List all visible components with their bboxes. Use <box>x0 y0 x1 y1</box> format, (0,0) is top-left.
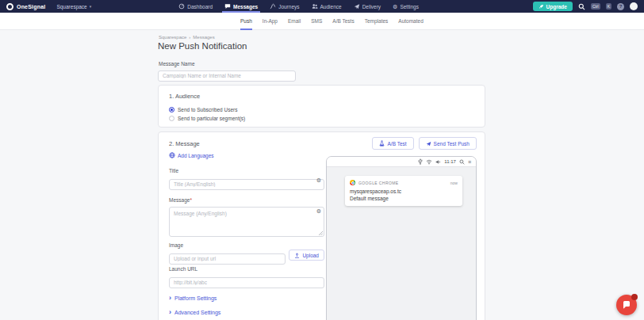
nav-delivery[interactable]: Delivery <box>354 0 381 13</box>
upload-icon <box>294 253 300 258</box>
usb-icon <box>418 158 423 165</box>
app-selector[interactable]: Squarespace ▾ <box>56 4 91 10</box>
send-test-push-button[interactable]: Send Test Push <box>419 137 477 150</box>
notification-app-name: GOOGLE CHROME <box>358 181 398 185</box>
rocket-icon <box>539 4 544 10</box>
chevron-right-icon: › <box>169 295 171 302</box>
phone-search-icon <box>459 159 465 165</box>
tab-push-label: Push <box>240 18 252 24</box>
journeys-icon <box>270 3 276 10</box>
notification-title: mysqarespaceap.os.tc <box>350 189 458 194</box>
breadcrumb: Squarespace › Messages <box>159 35 215 40</box>
speaker-icon <box>435 159 441 165</box>
launch-url-label: Launch URL <box>169 266 324 272</box>
user-avatar[interactable] <box>630 2 638 10</box>
kbd-ctrl: Ctrl <box>591 3 600 10</box>
globe-icon <box>169 152 175 158</box>
breadcrumb-app[interactable]: Squarespace <box>159 35 186 40</box>
topbar-right: Upgrade Ctrl K ? <box>533 2 638 11</box>
status-time: 11:17 <box>444 159 456 164</box>
chevron-right-icon: › <box>169 309 171 316</box>
tab-in-app[interactable]: In-App <box>263 13 278 30</box>
tab-sms[interactable]: SMS <box>311 13 322 30</box>
nav-journeys-label: Journeys <box>278 4 299 10</box>
settings-gear-icon: ⚙ <box>393 4 397 10</box>
message-name-input[interactable] <box>158 70 296 82</box>
launch-url-input[interactable] <box>169 277 324 288</box>
message-personalization-gear-icon[interactable]: ⚙ <box>316 208 321 214</box>
tab-ab-tests-label: A/B Tests <box>332 18 354 24</box>
message-label-row: Message* <box>169 191 324 205</box>
phone-statusbar: 11:17 ≡ <box>327 157 476 167</box>
send-test-push-label: Send Test Push <box>434 141 470 147</box>
advanced-settings-toggle[interactable]: › Advanced Settings <box>169 309 324 316</box>
search-icon[interactable] <box>578 3 585 10</box>
audience-heading: 1. Audience <box>169 93 200 100</box>
radio-selected-icon <box>169 107 174 112</box>
message-actions: A/B Test Send Test Push <box>372 137 477 150</box>
tab-sms-label: SMS <box>311 18 322 24</box>
app-selector-label: Squarespace <box>56 4 86 10</box>
required-asterisk: * <box>190 197 192 203</box>
nav-messages-label: Messages <box>233 4 258 10</box>
breadcrumb-separator: › <box>189 35 190 40</box>
radio-subscribed-users-label: Send to Subscribed Users <box>178 107 238 112</box>
push-preview-phone: 11:17 ≡ GOOGLE CHROME now mysqarespaceap… <box>326 156 477 320</box>
notification-time: now <box>450 181 458 185</box>
tab-templates[interactable]: Templates <box>365 13 389 30</box>
phone-menu-icon: ≡ <box>468 159 471 165</box>
platform-settings-toggle[interactable]: › Platform Settings <box>169 295 324 302</box>
title-personalization-gear-icon[interactable]: ⚙ <box>316 177 321 183</box>
breadcrumb-page[interactable]: Messages <box>193 35 214 40</box>
flask-icon <box>379 140 385 147</box>
upgrade-button[interactable]: Upgrade <box>533 2 573 11</box>
radio-unselected-icon <box>169 116 174 121</box>
radio-subscribed-users[interactable]: Send to Subscribed Users <box>169 107 238 112</box>
title-field-wrap: ⚙ <box>169 175 324 186</box>
advanced-settings-label: Advanced Settings <box>174 310 220 315</box>
nav-journeys[interactable]: Journeys <box>270 0 299 13</box>
main-nav: Dashboard Messages Journeys Audience Del… <box>178 0 419 13</box>
brand-name: OneSignal <box>17 4 45 10</box>
help-button[interactable]: ? <box>617 3 624 10</box>
tab-ab-tests[interactable]: A/B Tests <box>332 13 354 30</box>
message-card: 2. Message A/B Test Send Test Push Add L… <box>158 131 485 320</box>
nav-messages[interactable]: Messages <box>224 0 258 13</box>
nav-delivery-label: Delivery <box>362 4 381 10</box>
message-field-wrap: ⚙ <box>169 207 324 237</box>
tab-push[interactable]: Push <box>240 13 252 30</box>
nav-settings[interactable]: ⚙ Settings <box>393 0 419 13</box>
message-type-tabs: Push In-App Email SMS A/B Tests Template… <box>0 13 644 30</box>
nav-settings-label: Settings <box>400 4 419 10</box>
image-field-wrap <box>169 250 286 261</box>
ab-test-button[interactable]: A/B Test <box>372 137 413 150</box>
message-label: Message <box>169 197 190 203</box>
send-icon <box>426 141 431 147</box>
nav-dashboard[interactable]: Dashboard <box>178 0 213 13</box>
title-label: Title <box>169 168 324 173</box>
tab-email-label: Email <box>288 18 301 24</box>
preview-notification: GOOGLE CHROME now mysqarespaceap.os.tc D… <box>345 176 462 206</box>
page-title: New Push Notification <box>158 41 247 51</box>
nav-dashboard-label: Dashboard <box>187 4 213 10</box>
onesignal-logo-icon <box>6 3 13 10</box>
title-input[interactable] <box>169 179 324 190</box>
tab-automated-label: Automated <box>398 18 423 24</box>
resize-handle[interactable] <box>319 231 323 235</box>
upload-button[interactable]: Upload <box>289 250 324 261</box>
messages-icon <box>224 3 231 10</box>
nav-audience[interactable]: Audience <box>312 0 342 13</box>
platform-settings-label: Platform Settings <box>174 295 217 301</box>
radio-particular-segments[interactable]: Send to particular segment(s) <box>169 116 245 121</box>
tab-email[interactable]: Email <box>288 13 301 30</box>
image-url-input[interactable] <box>169 253 286 265</box>
caret-down-icon: ▾ <box>90 4 92 9</box>
nav-audience-label: Audience <box>320 4 342 10</box>
notification-body: Default message <box>350 196 458 201</box>
tab-automated[interactable]: Automated <box>398 13 423 30</box>
message-textarea[interactable] <box>169 207 324 237</box>
support-chat-button[interactable] <box>616 295 637 315</box>
message-name-field-wrap <box>158 67 296 78</box>
image-label: Image <box>169 242 324 248</box>
add-languages-link[interactable]: Add Languages <box>169 152 214 158</box>
